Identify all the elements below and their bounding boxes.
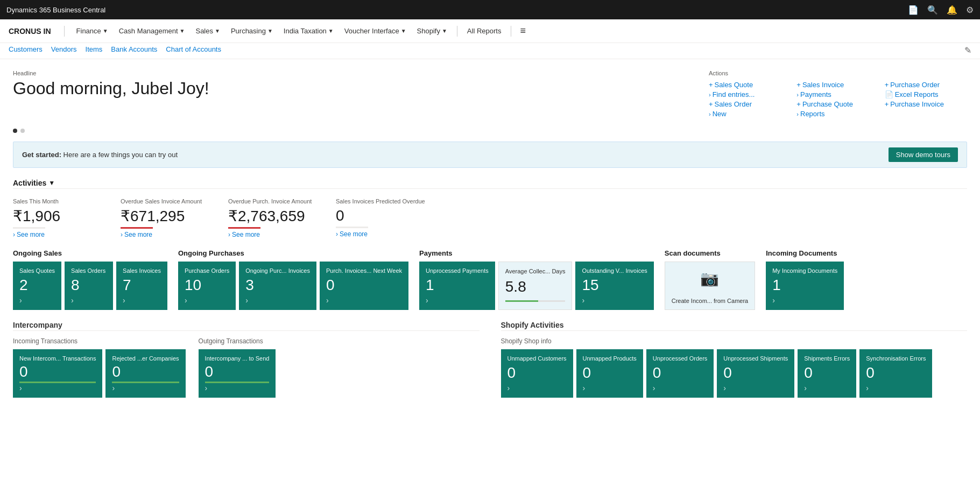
action-new[interactable]: › New [709,110,791,118]
tile-rejected-companies[interactable]: Rejected ...er Companies 0 › [105,349,185,398]
tile-sales-invoices[interactable]: Sales Invoices 7 › [116,262,167,310]
see-more-2[interactable]: › See more [228,231,314,238]
tile-unprocessed-shipments[interactable]: Unprocessed Shipments 0 › [717,349,794,398]
nav-item-shopify[interactable]: Shopify ▼ [412,19,453,43]
action-sales-order[interactable]: + Sales Order [709,100,791,108]
activities-title: Activities ▼ [13,179,967,187]
tile-purch-invoices-next-week[interactable]: Purch. Invoices... Next Week 0 › [320,262,408,310]
nav-item-voucher-interface[interactable]: Voucher Interface ▼ [339,19,412,43]
tile-unmapped-customers[interactable]: Unmapped Customers 0 › [501,349,573,398]
tile-my-incoming-documents[interactable]: My Incoming Documents 1 › [766,262,844,310]
ongoing-purchases-tiles: Purchase Orders 10 › Ongoing Purc... Inv… [178,262,408,310]
outgoing-transactions-title: Outgoing Transactions [199,337,276,345]
tile-outstanding-title: Outstanding V... Invoices [582,267,647,274]
tile-unmapped-cust-value: 0 [507,364,567,382]
action-purchase-quote[interactable]: + Purchase Quote [796,100,879,108]
tile-purchase-orders[interactable]: Purchase Orders 10 › [178,262,236,310]
search-icon[interactable]: 🔍 [927,5,938,15]
tile-unprocessed-orders-title: Unprocessed Orders [653,355,708,362]
tile-sales-quotes-value: 2 [19,277,55,294]
activity-bar-0 [13,227,45,229]
bell-icon[interactable]: 🔔 [947,5,957,15]
see-more-3[interactable]: › See more [336,230,425,238]
carousel-dot-1[interactable] [13,129,17,133]
tile-my-incoming-title: My Incoming Documents [772,267,837,274]
tile-new-intercom-transactions[interactable]: New Intercom... Transactions 0 › [13,349,102,398]
carousel-dot-2[interactable] [20,129,25,133]
tile-purch-invoices-next-value: 0 [326,277,402,294]
tile-arrow: › [71,296,107,305]
company-name[interactable]: CRONUS IN [9,27,51,36]
document-icon[interactable]: 📄 [908,5,919,15]
tile-sales-invoices-value: 7 [123,277,161,294]
edit-page-icon[interactable]: ✎ [964,45,971,55]
nav-item-purchasing[interactable]: Purchasing ▼ [225,19,278,43]
action-find-entries[interactable]: › Find entries... [709,90,791,98]
subnav-items[interactable]: Items [86,45,103,55]
action-purchase-invoice[interactable]: + Purchase Invoice [885,100,967,108]
tile-arrow: › [205,384,270,392]
tile-unmapped-products[interactable]: Unmapped Products 0 › [576,349,643,398]
nav-item-all-reports[interactable]: All Reports [462,19,507,43]
tile-avg-collect-value: 5.8 [505,278,566,295]
chevron-down-icon: ▼ [180,28,185,34]
action-sales-invoice[interactable]: + Sales Invoice [796,81,879,89]
tile-sales-quotes-title: Sales Quotes [19,267,55,274]
tile-ongoing-purc-value: 3 [245,277,310,294]
tile-arrow: › [804,384,850,392]
activities-divider [13,188,967,189]
tile-sales-quotes[interactable]: Sales Quotes 2 › [13,262,61,310]
action-purchase-order[interactable]: + Purchase Order [885,81,967,89]
nav-item-finance[interactable]: Finance ▼ [71,19,114,43]
tile-unprocessed-orders[interactable]: Unprocessed Orders 0 › [646,349,714,398]
show-demo-tours-button[interactable]: Show demo tours [889,147,958,162]
nav-more-button[interactable]: ≡ [516,25,530,37]
activity-bar-1 [121,227,153,229]
settings-icon[interactable]: ⚙ [966,5,974,15]
nav-item-sales[interactable]: Sales ▼ [190,19,225,43]
activity-overdue-sales: Overdue Sales Invoice Amount ₹671,295 › … [121,197,207,238]
action-sales-quote[interactable]: + Sales Quote [709,81,791,89]
see-more-1[interactable]: › See more [121,231,207,238]
tile-intercompany-to-send[interactable]: Intercompany ... to Send 0 › [199,349,276,398]
tile-unprocessed-payments-value: 1 [426,277,489,294]
scan-documents-section: Scan documents 📷 Create Incom... from Ca… [665,249,755,310]
tile-outstanding-v-invoices[interactable]: Outstanding V... Invoices 15 › [575,262,653,310]
subnav-vendors[interactable]: Vendors [51,45,77,55]
main-content: Headline Good morning, Jubel Joy! Action… [0,59,980,494]
tile-shipments-errors[interactable]: Shipments Errors 0 › [798,349,856,398]
action-reports[interactable]: › Reports [796,110,879,118]
incoming-transactions-title: Incoming Transactions [13,337,186,345]
incoming-docs-tiles: My Incoming Documents 1 › [766,262,844,310]
shopify-divider [501,330,968,331]
tile-average-collect-days[interactable]: Average Collec... Days 5.8 [498,262,573,310]
tile-avg-collect-title: Average Collec... Days [505,267,566,275]
tile-arrow: › [507,384,567,392]
see-more-0[interactable]: › See more [13,231,99,238]
subnav-bank-accounts[interactable]: Bank Accounts [111,45,157,55]
tile-ongoing-purc-invoices[interactable]: Ongoing Purc... Invoices 3 › [239,262,316,310]
nav-item-india-taxation[interactable]: India Taxation ▼ [278,19,339,43]
tile-arrow: › [653,384,708,392]
tile-arrow: › [326,296,402,305]
ongoing-sales-section: Ongoing Sales Sales Quotes 2 › Sales Ord… [13,249,167,310]
activity-label-2: Overdue Purch. Invoice Amount [228,197,314,205]
activities-chevron[interactable]: ▼ [48,179,55,187]
tile-arrow: › [245,296,310,305]
tile-sales-invoices-title: Sales Invoices [123,267,161,274]
tile-my-incoming-value: 1 [772,277,837,294]
action-excel-reports[interactable]: 📄 Excel Reports [885,90,967,98]
tile-synchronisation-errors[interactable]: Synchronisation Errors 0 › [859,349,932,398]
tile-unprocessed-payments[interactable]: Unprocessed Payments 1 › [419,262,495,310]
tile-sales-orders-title: Sales Orders [71,267,107,274]
nav-item-cash-management[interactable]: Cash Management ▼ [114,19,191,43]
tile-intercompany-send-value: 0 [205,363,270,380]
tile-arrow: › [582,296,647,305]
subnav-chart-of-accounts[interactable]: Chart of Accounts [166,45,221,55]
tile-create-incoming-camera[interactable]: 📷 Create Incom... from Camera [665,262,755,310]
tile-sales-orders[interactable]: Sales Orders 8 › [65,262,113,310]
shopify-title: Shopify Activities [501,321,968,329]
activity-value-3: 0 [336,207,425,224]
subnav-customers[interactable]: Customers [9,45,43,55]
action-payments[interactable]: › Payments [796,90,879,98]
